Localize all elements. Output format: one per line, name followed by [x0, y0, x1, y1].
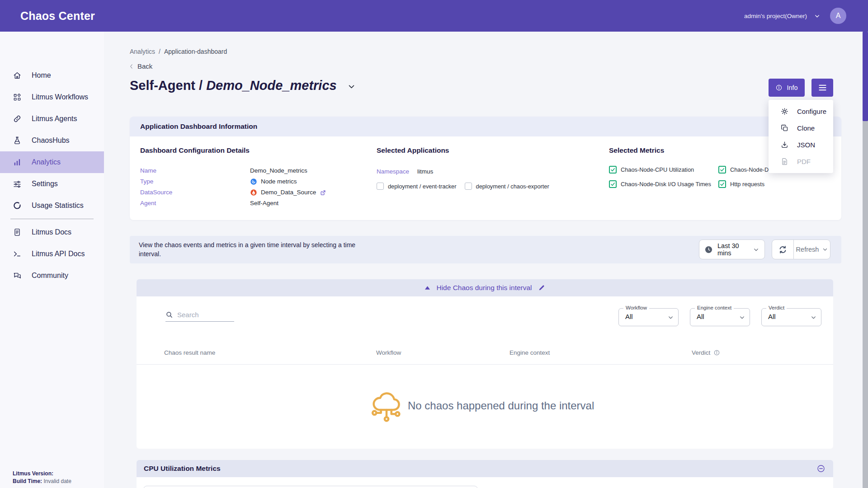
avatar[interactable]: A [830, 8, 846, 24]
usage-statistics-icon [13, 201, 22, 210]
time-interval-bar: View the chaos events and metrics in a g… [130, 236, 841, 263]
clock-icon [704, 245, 713, 254]
checkbox-checked-icon [609, 180, 617, 188]
cpu-utilization-section-header: CPU Utilization Metrics [137, 460, 833, 477]
scrollbar-thumb[interactable] [863, 32, 868, 121]
breadcrumb-separator: / [159, 48, 160, 55]
refresh-now-button[interactable] [772, 240, 794, 259]
sidebar-item-label: Analytics [32, 158, 61, 166]
sidebar-item-analytics[interactable]: Analytics [0, 151, 104, 173]
sidebar-item-litmus-agents[interactable]: Litmus Agents [0, 108, 104, 130]
checkbox-label: Chaos-Node-CPU Utilization [621, 166, 694, 173]
filter-value: All [768, 313, 776, 320]
filter-value: All [697, 313, 704, 320]
column-workflow: Workflow [376, 349, 401, 356]
metric-checkbox-cpu-utilization[interactable]: Chaos-Node-CPU Utilization [609, 166, 718, 174]
refresh-label: Refresh [796, 246, 819, 253]
menu-item-clone[interactable]: Clone [769, 120, 833, 136]
workflow-filter-select[interactable]: Workflow All [618, 308, 679, 326]
external-link-icon[interactable] [320, 189, 326, 196]
breadcrumb-analytics[interactable]: Analytics [130, 48, 155, 55]
namespace-label: Namespace [377, 168, 409, 175]
application-checkbox-event-tracker[interactable]: deployment / event-tracker [377, 183, 457, 190]
sidebar-item-chaoshubs[interactable]: ChaosHubs [0, 130, 104, 151]
name-label: Name [140, 167, 250, 175]
checkbox-label: deployment / chaos-exporter [476, 183, 549, 190]
breadcrumb: Analytics / Application-dashboard [130, 48, 227, 55]
verdict-filter-select[interactable]: Verdict All [761, 308, 821, 326]
checkbox-checked-icon [718, 180, 726, 188]
sidebar-item-label: Community [32, 272, 68, 280]
hide-chaos-toggle[interactable]: Hide Chaos during this interval [137, 279, 833, 296]
sidebar-item-community[interactable]: Community [0, 265, 104, 286]
sidebar-item-usage-statistics[interactable]: Usage Statistics [0, 195, 104, 216]
refresh-dropdown[interactable]: Refresh [794, 240, 830, 259]
search-field [165, 308, 234, 322]
collapse-minus-icon[interactable] [816, 464, 826, 473]
namespace-value: litmus [417, 168, 433, 175]
chevron-down-icon [753, 247, 759, 253]
pencil-icon[interactable] [538, 284, 545, 291]
cpu-section-title: CPU Utilization Metrics [144, 465, 221, 473]
metric-checkbox-disk-usage-times[interactable]: Chaos-Node-Disk I/O Usage Times [609, 180, 718, 188]
refresh-icon [778, 245, 788, 254]
search-icon [165, 311, 173, 319]
node-metrics-icon [250, 178, 257, 185]
checkbox-label: Chaos-Node-Disk I/O Usage Times [621, 181, 711, 188]
checkbox-checked-icon [718, 166, 726, 174]
filter-label: Workflow [623, 305, 649, 310]
search-input[interactable] [177, 311, 231, 319]
applications-title: Selected Applications [377, 146, 571, 155]
back-button[interactable]: Back [128, 62, 152, 70]
api-docs-icon [13, 249, 22, 258]
gear-icon [780, 107, 789, 116]
time-range-select[interactable]: Last 30 mins [699, 239, 765, 259]
main-content: Analytics / Application-dashboard Back S… [104, 32, 868, 488]
sidebar-item-label: Litmus Workflows [32, 93, 88, 101]
menu-item-configure[interactable]: Configure [769, 103, 833, 120]
info-card-title: Application Dashboard Information [140, 122, 257, 131]
scrollbar-track[interactable] [863, 32, 868, 488]
sidebar-item-label: Usage Statistics [32, 202, 84, 210]
chaoshubs-icon [13, 136, 22, 145]
checkbox-checked-icon [609, 166, 617, 174]
hamburger-menu-button[interactable] [811, 79, 833, 97]
analytics-icon [13, 158, 22, 167]
prometheus-icon [250, 189, 257, 196]
metric-checkbox-http-requests[interactable]: Http requests [718, 180, 840, 188]
project-switcher[interactable]: admin's project(Owner) [744, 13, 820, 19]
hamburger-icon [818, 84, 827, 92]
litmus-version-label: Litmus Version: [13, 470, 53, 477]
application-checkbox-chaos-exporter[interactable]: deployment / chaos-exporter [465, 183, 549, 190]
community-icon [13, 271, 22, 280]
sidebar-divider [10, 219, 94, 219]
clone-icon [780, 124, 789, 132]
settings-icon [13, 179, 22, 188]
sidebar-item-label: ChaosHubs [32, 136, 70, 145]
chevron-down-icon [668, 314, 674, 320]
sidebar-item-litmus-api-docs[interactable]: Litmus API Docs [0, 243, 104, 265]
dashboard-actions-menu: Configure Clone JSON PDF [769, 100, 833, 173]
menu-item-json[interactable]: JSON [769, 136, 833, 153]
column-engine-context: Engine context [509, 349, 550, 356]
sidebar-item-home[interactable]: Home [0, 65, 104, 86]
sidebar: Home Litmus Workflows Litmus Agents Chao… [0, 32, 104, 488]
engine-context-filter-select[interactable]: Engine context All [690, 308, 750, 326]
sidebar-item-settings[interactable]: Settings [0, 173, 104, 195]
verdict-info-icon[interactable] [713, 349, 720, 356]
chevron-down-icon [822, 247, 828, 252]
sidebar-item-litmus-docs[interactable]: Litmus Docs [0, 221, 104, 243]
app-header: Chaos Center admin's project(Owner) A [0, 0, 868, 32]
title-chevron-down-icon[interactable] [348, 83, 355, 90]
empty-state-message: No chaos happened during the interval [408, 399, 594, 412]
name-value: Demo_Node_metrics [250, 167, 366, 175]
chevron-down-icon [739, 314, 745, 320]
info-button[interactable]: Info [769, 79, 805, 97]
cpu-chart-panel [143, 486, 478, 488]
chaos-events-card: Hide Chaos during this interval Workflow… [137, 279, 833, 449]
checkbox-unchecked-icon [465, 183, 472, 190]
menu-item-pdf[interactable]: PDF [769, 153, 833, 170]
datasource-label: DataSource [140, 188, 250, 197]
checkbox-label: deployment / event-tracker [388, 183, 457, 190]
sidebar-item-litmus-workflows[interactable]: Litmus Workflows [0, 86, 104, 108]
